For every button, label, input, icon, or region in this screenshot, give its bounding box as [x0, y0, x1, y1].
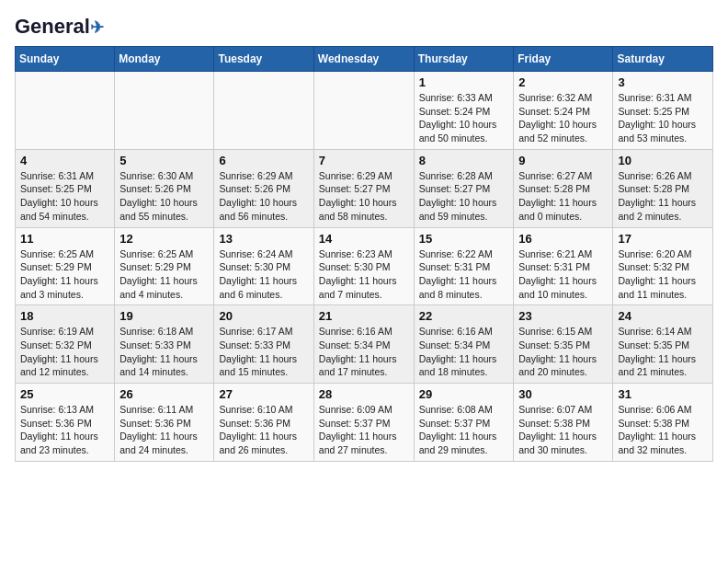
day-number: 16: [518, 232, 608, 246]
day-info: Sunrise: 6:22 AMSunset: 5:31 PMDaylight:…: [419, 247, 509, 302]
calendar-cell: 28Sunrise: 6:09 AMSunset: 5:37 PMDayligh…: [313, 384, 414, 462]
calendar-cell: 1Sunrise: 6:33 AMSunset: 5:24 PMDaylight…: [414, 72, 514, 150]
calendar-cell: 13Sunrise: 6:24 AMSunset: 5:30 PMDayligh…: [214, 227, 313, 305]
day-number: 12: [119, 232, 209, 246]
calendar-cell: 22Sunrise: 6:16 AMSunset: 5:34 PMDayligh…: [414, 305, 514, 384]
day-info: Sunrise: 6:31 AMSunset: 5:25 PMDaylight:…: [20, 169, 109, 224]
calendar-cell: 3Sunrise: 6:31 AMSunset: 5:25 PMDaylight…: [613, 72, 713, 150]
calendar-cell: 7Sunrise: 6:29 AMSunset: 5:27 PMDaylight…: [313, 149, 414, 227]
day-number: 27: [219, 387, 308, 401]
calendar-cell: 17Sunrise: 6:20 AMSunset: 5:32 PMDayligh…: [613, 227, 713, 305]
day-info: Sunrise: 6:23 AMSunset: 5:30 PMDaylight:…: [319, 247, 409, 302]
day-number: 11: [20, 232, 109, 246]
calendar-cell: 8Sunrise: 6:28 AMSunset: 5:27 PMDaylight…: [414, 149, 514, 227]
day-info: Sunrise: 6:27 AMSunset: 5:28 PMDaylight:…: [518, 169, 608, 224]
day-number: 22: [419, 309, 509, 323]
day-info: Sunrise: 6:24 AMSunset: 5:30 PMDaylight:…: [219, 247, 308, 302]
page-header: General✈: [15, 15, 713, 35]
day-info: Sunrise: 6:06 AMSunset: 5:38 PMDaylight:…: [618, 403, 708, 457]
calendar-cell: 9Sunrise: 6:27 AMSunset: 5:28 PMDaylight…: [514, 149, 613, 227]
weekday-header-wednesday: Wednesday: [313, 47, 414, 72]
day-info: Sunrise: 6:30 AMSunset: 5:26 PMDaylight:…: [119, 169, 209, 224]
day-info: Sunrise: 6:15 AMSunset: 5:35 PMDaylight:…: [518, 325, 608, 379]
weekday-header-thursday: Thursday: [414, 47, 514, 72]
calendar-cell: 29Sunrise: 6:08 AMSunset: 5:37 PMDayligh…: [414, 384, 514, 462]
weekday-header-friday: Friday: [514, 47, 613, 72]
day-number: 25: [20, 387, 109, 401]
calendar-cell: 31Sunrise: 6:06 AMSunset: 5:38 PMDayligh…: [613, 384, 713, 462]
day-number: 26: [119, 387, 209, 401]
calendar-cell: 30Sunrise: 6:07 AMSunset: 5:38 PMDayligh…: [514, 384, 613, 462]
day-info: Sunrise: 6:16 AMSunset: 5:34 PMDaylight:…: [319, 325, 409, 379]
calendar-cell: 10Sunrise: 6:26 AMSunset: 5:28 PMDayligh…: [613, 149, 713, 227]
calendar-cell: 15Sunrise: 6:22 AMSunset: 5:31 PMDayligh…: [414, 227, 514, 305]
calendar-cell: 5Sunrise: 6:30 AMSunset: 5:26 PMDaylight…: [115, 149, 214, 227]
day-number: 14: [319, 232, 409, 246]
weekday-header-saturday: Saturday: [613, 47, 713, 72]
calendar-week-4: 18Sunrise: 6:19 AMSunset: 5:32 PMDayligh…: [16, 305, 713, 384]
calendar-cell: 19Sunrise: 6:18 AMSunset: 5:33 PMDayligh…: [115, 305, 214, 384]
day-number: 18: [20, 309, 109, 323]
calendar-cell: 18Sunrise: 6:19 AMSunset: 5:32 PMDayligh…: [16, 305, 115, 384]
day-number: 6: [219, 154, 308, 167]
weekday-header-sunday: Sunday: [16, 47, 115, 72]
logo: General✈: [15, 15, 104, 35]
day-info: Sunrise: 6:11 AMSunset: 5:36 PMDaylight:…: [119, 403, 209, 457]
day-info: Sunrise: 6:29 AMSunset: 5:27 PMDaylight:…: [319, 169, 409, 224]
day-number: 9: [518, 154, 608, 167]
calendar-cell: 14Sunrise: 6:23 AMSunset: 5:30 PMDayligh…: [313, 227, 414, 305]
day-number: 30: [518, 387, 608, 401]
day-number: 4: [20, 154, 109, 167]
day-number: 3: [618, 75, 708, 89]
calendar-cell: 27Sunrise: 6:10 AMSunset: 5:36 PMDayligh…: [214, 384, 313, 462]
calendar-header-row: SundayMondayTuesdayWednesdayThursdayFrid…: [16, 47, 713, 72]
day-info: Sunrise: 6:17 AMSunset: 5:33 PMDaylight:…: [219, 325, 308, 379]
calendar-cell: 21Sunrise: 6:16 AMSunset: 5:34 PMDayligh…: [313, 305, 414, 384]
day-info: Sunrise: 6:16 AMSunset: 5:34 PMDaylight:…: [419, 325, 509, 379]
calendar-cell: [313, 72, 414, 150]
day-number: 15: [419, 232, 509, 246]
calendar-cell: 4Sunrise: 6:31 AMSunset: 5:25 PMDaylight…: [16, 149, 115, 227]
day-info: Sunrise: 6:10 AMSunset: 5:36 PMDaylight:…: [219, 403, 308, 457]
logo-text: General✈: [15, 15, 104, 39]
day-number: 7: [319, 154, 409, 167]
day-info: Sunrise: 6:09 AMSunset: 5:37 PMDaylight:…: [319, 403, 409, 457]
day-info: Sunrise: 6:25 AMSunset: 5:29 PMDaylight:…: [119, 247, 209, 302]
day-info: Sunrise: 6:25 AMSunset: 5:29 PMDaylight:…: [20, 247, 109, 302]
day-info: Sunrise: 6:31 AMSunset: 5:25 PMDaylight:…: [618, 91, 708, 145]
calendar-cell: 16Sunrise: 6:21 AMSunset: 5:31 PMDayligh…: [514, 227, 613, 305]
day-info: Sunrise: 6:18 AMSunset: 5:33 PMDaylight:…: [119, 325, 209, 379]
weekday-header-tuesday: Tuesday: [214, 47, 313, 72]
day-info: Sunrise: 6:14 AMSunset: 5:35 PMDaylight:…: [618, 325, 708, 379]
calendar-cell: 6Sunrise: 6:29 AMSunset: 5:26 PMDaylight…: [214, 149, 313, 227]
day-number: 1: [419, 75, 509, 89]
calendar-week-1: 1Sunrise: 6:33 AMSunset: 5:24 PMDaylight…: [16, 72, 713, 150]
day-info: Sunrise: 6:28 AMSunset: 5:27 PMDaylight:…: [419, 169, 509, 224]
calendar-cell: [214, 72, 313, 150]
day-number: 17: [618, 232, 708, 246]
day-number: 2: [518, 75, 608, 89]
calendar-table: SundayMondayTuesdayWednesdayThursdayFrid…: [15, 46, 713, 462]
calendar-cell: 26Sunrise: 6:11 AMSunset: 5:36 PMDayligh…: [115, 384, 214, 462]
day-number: 21: [319, 309, 409, 323]
day-number: 28: [319, 387, 409, 401]
day-info: Sunrise: 6:21 AMSunset: 5:31 PMDaylight:…: [518, 247, 608, 302]
calendar-week-2: 4Sunrise: 6:31 AMSunset: 5:25 PMDaylight…: [16, 149, 713, 227]
calendar-cell: 25Sunrise: 6:13 AMSunset: 5:36 PMDayligh…: [16, 384, 115, 462]
day-info: Sunrise: 6:29 AMSunset: 5:26 PMDaylight:…: [219, 169, 308, 224]
day-number: 13: [219, 232, 308, 246]
calendar-cell: 23Sunrise: 6:15 AMSunset: 5:35 PMDayligh…: [514, 305, 613, 384]
day-info: Sunrise: 6:08 AMSunset: 5:37 PMDaylight:…: [419, 403, 509, 457]
calendar-week-3: 11Sunrise: 6:25 AMSunset: 5:29 PMDayligh…: [16, 227, 713, 305]
day-info: Sunrise: 6:20 AMSunset: 5:32 PMDaylight:…: [618, 247, 708, 302]
calendar-cell: [115, 72, 214, 150]
calendar-cell: 24Sunrise: 6:14 AMSunset: 5:35 PMDayligh…: [613, 305, 713, 384]
day-info: Sunrise: 6:13 AMSunset: 5:36 PMDaylight:…: [20, 403, 109, 457]
day-number: 23: [518, 309, 608, 323]
day-number: 31: [618, 387, 708, 401]
day-number: 20: [219, 309, 308, 323]
day-number: 5: [119, 154, 209, 167]
day-info: Sunrise: 6:32 AMSunset: 5:24 PMDaylight:…: [518, 91, 608, 145]
day-number: 29: [419, 387, 509, 401]
day-info: Sunrise: 6:33 AMSunset: 5:24 PMDaylight:…: [419, 91, 509, 145]
